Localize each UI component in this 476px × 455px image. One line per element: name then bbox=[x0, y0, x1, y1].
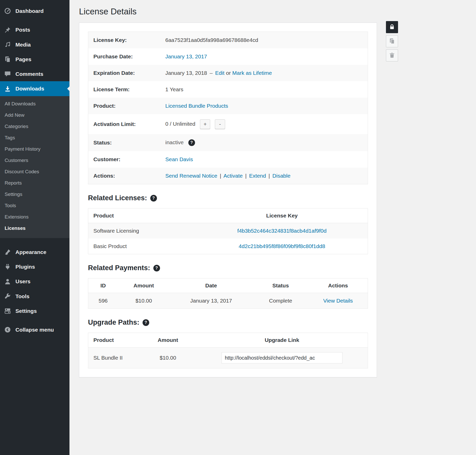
collapse-menu-button[interactable]: Collapse menu bbox=[0, 322, 69, 337]
submenu-item-licenses[interactable]: Licenses bbox=[0, 223, 69, 234]
purchase-date-link[interactable]: January 13, 2017 bbox=[165, 53, 207, 59]
sidebar-item-label: Pages bbox=[15, 56, 31, 63]
column-product: Product bbox=[88, 208, 196, 223]
menu-separator bbox=[0, 238, 69, 245]
table-row: Basic Product 4d2c21bb495f8f86f09bf9f8c8… bbox=[88, 239, 368, 254]
activate-link[interactable]: Activate bbox=[223, 173, 243, 179]
help-icon[interactable] bbox=[188, 139, 195, 146]
submenu-item-tools[interactable]: Tools bbox=[0, 200, 69, 211]
related-license-key-link[interactable]: f4b3b52c464c324831f8acb4d1af9f0d bbox=[237, 228, 327, 234]
submenu-item-tags[interactable]: Tags bbox=[0, 132, 69, 143]
help-icon[interactable] bbox=[143, 319, 149, 326]
separator: – bbox=[209, 70, 214, 76]
submenu-item-discount-codes[interactable]: Discount Codes bbox=[0, 166, 69, 177]
sidebar-item-appearance[interactable]: Appearance bbox=[0, 245, 69, 259]
related-license-key-link[interactable]: 4d2c21bb495f8f86f09bf9f8c80f1dd8 bbox=[239, 243, 325, 249]
downloads-submenu: All Downloads Add New Categories Tags Pa… bbox=[0, 96, 69, 238]
table-row: License Key: 6aa7523f1aa0d5fa998a6967868… bbox=[88, 32, 368, 49]
separator: | bbox=[244, 173, 248, 179]
table-row: Purchase Date: January 13, 2017 bbox=[88, 48, 368, 65]
license-details-panel: License Key: 6aa7523f1aa0d5fa998a6967868… bbox=[79, 23, 377, 377]
submenu-item-settings[interactable]: Settings bbox=[0, 189, 69, 200]
send-renewal-notice-link[interactable]: Send Renewal Notice bbox=[165, 173, 217, 179]
page-title: License Details bbox=[79, 7, 476, 16]
upgrade-amount: $10.00 bbox=[140, 348, 196, 368]
sidebar-item-media[interactable]: Media bbox=[0, 37, 69, 52]
sidebar-item-settings[interactable]: Settings bbox=[0, 304, 69, 318]
tools-icon bbox=[4, 293, 11, 300]
submenu-item-add-new[interactable]: Add New bbox=[0, 110, 69, 121]
sidebar-item-comments[interactable]: Comments bbox=[0, 67, 69, 81]
expiration-date-label: Expiration Date: bbox=[88, 65, 165, 81]
sidebar-item-label: Collapse menu bbox=[15, 326, 54, 333]
copy-button[interactable] bbox=[386, 35, 398, 47]
table-row: SL Bundle II $10.00 bbox=[88, 348, 368, 368]
lock-icon bbox=[389, 24, 395, 31]
menu-separator bbox=[0, 318, 69, 322]
upgrade-product: SL Bundle II bbox=[88, 348, 140, 368]
sidebar-item-posts[interactable]: Posts bbox=[0, 22, 69, 37]
wordpress-admin: Dashboard Posts Media Pages Commen bbox=[0, 0, 476, 455]
increase-activation-limit-button[interactable]: + bbox=[200, 119, 210, 129]
payment-amount: $10.00 bbox=[118, 293, 170, 309]
table-row: Status: inactive bbox=[88, 134, 368, 151]
column-status: Status bbox=[253, 278, 308, 293]
delete-button[interactable] bbox=[386, 49, 398, 61]
table-row: Activation Limit: 0 / Unlimited + - bbox=[88, 114, 368, 134]
sidebar-item-plugins[interactable]: Plugins bbox=[0, 259, 69, 274]
sidebar-item-label: Posts bbox=[15, 26, 30, 33]
table-header-row: Product Amount Upgrade Link bbox=[88, 333, 368, 348]
license-key-value: 6aa7523f1aa0d5fa998a69678688e4cd bbox=[165, 32, 368, 49]
purchase-date-label: Purchase Date: bbox=[88, 48, 165, 65]
view-details-link[interactable]: View Details bbox=[323, 298, 353, 304]
related-licenses-table: Product License Key Software Licensing f… bbox=[88, 208, 368, 254]
license-action-buttons bbox=[386, 21, 398, 61]
decrease-activation-limit-button[interactable]: - bbox=[215, 119, 225, 129]
disable-link[interactable]: Disable bbox=[272, 173, 290, 179]
sidebar-item-tools[interactable]: Tools bbox=[0, 289, 69, 304]
sidebar-item-label: Settings bbox=[15, 307, 37, 314]
users-icon bbox=[4, 278, 11, 285]
dashboard-icon bbox=[4, 7, 11, 14]
separator: | bbox=[219, 173, 222, 179]
table-row: Software Licensing f4b3b52c464c324831f8a… bbox=[88, 223, 368, 239]
status-value: inactive bbox=[165, 139, 184, 145]
sidebar-item-downloads[interactable]: Downloads bbox=[0, 81, 69, 96]
payment-date: January 13, 2017 bbox=[170, 293, 253, 309]
submenu-item-customers[interactable]: Customers bbox=[0, 155, 69, 166]
submenu-item-extensions[interactable]: Extensions bbox=[0, 211, 69, 223]
expiration-date-value: January 13, 2018 bbox=[165, 70, 207, 76]
upgrade-paths-table: Product Amount Upgrade Link SL Bundle II… bbox=[88, 333, 368, 368]
table-row: 596 $10.00 January 13, 2017 Complete Vie… bbox=[88, 293, 368, 309]
comments-icon bbox=[4, 70, 11, 77]
table-row: Product: Licensed Bundle Products bbox=[88, 98, 368, 114]
payment-id: 596 bbox=[88, 293, 118, 309]
help-icon[interactable] bbox=[153, 265, 160, 271]
upgrade-paths-heading: Upgrade Paths: bbox=[88, 318, 368, 326]
upgrade-link-input[interactable] bbox=[222, 352, 342, 363]
column-license-key: License Key bbox=[196, 208, 368, 223]
mark-as-lifetime-link[interactable]: Mark as Lifetime bbox=[232, 70, 272, 76]
submenu-item-all-downloads[interactable]: All Downloads bbox=[0, 98, 69, 110]
product-link[interactable]: Licensed Bundle Products bbox=[165, 103, 228, 109]
sidebar-item-users[interactable]: Users bbox=[0, 274, 69, 289]
copy-icon bbox=[389, 38, 395, 45]
submenu-item-payment-history[interactable]: Payment History bbox=[0, 143, 69, 155]
extend-link[interactable]: Extend bbox=[249, 173, 266, 179]
activation-limit-label: Activation Limit: bbox=[88, 114, 165, 134]
table-header-row: Product License Key bbox=[88, 208, 368, 223]
license-details-table: License Key: 6aa7523f1aa0d5fa998a6967868… bbox=[88, 32, 368, 184]
sidebar-item-pages[interactable]: Pages bbox=[0, 52, 69, 67]
license-term-value: 1 Years bbox=[165, 81, 368, 98]
submenu-item-reports[interactable]: Reports bbox=[0, 177, 69, 189]
customer-link[interactable]: Sean Davis bbox=[165, 156, 193, 162]
separator: | bbox=[268, 173, 271, 179]
pages-icon bbox=[4, 56, 11, 63]
edit-expiration-link[interactable]: Edit bbox=[215, 70, 224, 76]
submenu-item-categories[interactable]: Categories bbox=[0, 121, 69, 132]
posts-icon bbox=[4, 26, 11, 33]
related-license-product: Software Licensing bbox=[88, 223, 196, 239]
help-icon[interactable] bbox=[150, 195, 157, 202]
lock-button[interactable] bbox=[386, 21, 398, 33]
sidebar-item-dashboard[interactable]: Dashboard bbox=[0, 4, 69, 18]
